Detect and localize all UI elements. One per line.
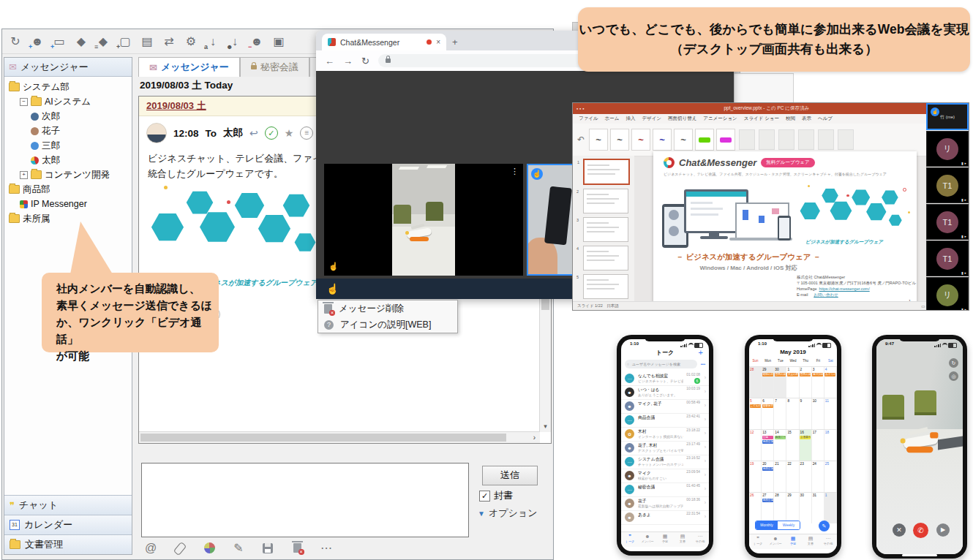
phone-tab-文書[interactable]: ▤文書 bbox=[674, 532, 691, 547]
seal-checkbox[interactable]: ✓ bbox=[479, 491, 490, 502]
calendar-cell-8[interactable]: 8 bbox=[786, 398, 799, 429]
ribbon-tab-表示[interactable]: 表示 bbox=[802, 116, 811, 122]
ribbon-tab-校閲[interactable]: 校閲 bbox=[786, 116, 795, 122]
message-input[interactable] bbox=[141, 463, 469, 537]
reply-icon[interactable]: ↩ bbox=[249, 127, 258, 139]
browser-tab[interactable]: Chat&Messenger × bbox=[322, 34, 446, 50]
participant-tile-3[interactable]: T1▮ ▸ bbox=[926, 204, 969, 240]
calendar-cell-28[interactable]: 28 bbox=[749, 367, 762, 398]
camera-button[interactable]: ▶ bbox=[936, 523, 950, 537]
calendar-cell-4[interactable]: 4みどりの日 bbox=[824, 367, 837, 398]
sync-icon[interactable]: ↻ bbox=[8, 34, 23, 49]
participant-tile-1[interactable]: リ▮ ▸ bbox=[926, 131, 969, 167]
highlighter-swatch[interactable] bbox=[716, 129, 735, 151]
participant-tile-5[interactable]: リ▮ ▸ bbox=[926, 277, 969, 311]
slide-thumbnail-2[interactable]: 2 bbox=[583, 189, 628, 213]
sidebar-item-花子[interactable]: 花子 bbox=[4, 124, 132, 138]
tab-close-icon[interactable]: × bbox=[436, 38, 440, 46]
forward-icon[interactable]: → bbox=[343, 56, 353, 67]
phone-tab-トーク[interactable]: ❞トーク bbox=[621, 532, 639, 547]
tab-秘密会議[interactable]: 秘密会議 bbox=[240, 57, 309, 77]
scroll-right-arrow[interactable]: › bbox=[529, 432, 540, 443]
calendar-cell-25[interactable]: 25 bbox=[824, 461, 837, 492]
folder-open-icon[interactable]: ▤ bbox=[140, 34, 154, 49]
tile-menu-icon[interactable]: ⋮ bbox=[511, 167, 519, 176]
calendar-cell-21[interactable]: 21 bbox=[774, 461, 786, 492]
calendar-cell-26[interactable]: 26 bbox=[749, 493, 762, 523]
read-check-icon[interactable]: ✓ bbox=[265, 126, 278, 140]
monthly-toggle[interactable]: Monthly bbox=[756, 521, 778, 529]
menu-circle-icon[interactable]: ≡ bbox=[300, 126, 313, 140]
calendar-cell-19[interactable]: 19 bbox=[749, 461, 762, 492]
ribbon-tab-挿入[interactable]: 挿入 bbox=[626, 116, 635, 122]
ribbon-tab-ホーム[interactable]: ホーム bbox=[605, 116, 620, 122]
calendar-cell-24[interactable]: 24 bbox=[812, 461, 824, 492]
save-icon[interactable] bbox=[261, 542, 274, 555]
ribbon-group-button[interactable] bbox=[838, 129, 854, 150]
new-tab-button[interactable]: + bbox=[452, 37, 458, 48]
attachment-clip-icon[interactable] bbox=[173, 542, 187, 555]
sidebar-item-商品部[interactable]: 商品部 bbox=[4, 182, 132, 197]
calendar-cell-27[interactable]: 27商品会議 bbox=[762, 493, 774, 523]
calendar-cell-16[interactable]: 16企画書作成 bbox=[800, 430, 812, 461]
tag-icon[interactable]: ◆ bbox=[74, 34, 89, 49]
delete-trash-icon[interactable]: ✕ bbox=[290, 542, 304, 555]
ribbon-group-button[interactable] bbox=[739, 129, 755, 150]
calendar-cell-6[interactable]: 6振替休日 bbox=[762, 398, 774, 429]
pen-style-swatch[interactable]: ~ bbox=[653, 129, 672, 151]
calendar-cell-22[interactable]: 22 bbox=[786, 461, 799, 492]
send-button[interactable]: 送信 bbox=[482, 466, 538, 485]
phone-tab-その他[interactable]: ⋯その他 bbox=[819, 534, 837, 549]
calendar-cell-18[interactable]: 18 bbox=[824, 430, 837, 461]
context-menu-item[interactable]: ✕メッセージ削除 bbox=[318, 300, 457, 317]
back-icon[interactable]: ← bbox=[325, 56, 334, 67]
calendar-cell-5[interactable]: 5こどもの日 bbox=[749, 398, 762, 429]
calendar-cell-30[interactable]: 30国民の休日 bbox=[774, 367, 786, 398]
sidebar-item-IP Messenger[interactable]: IP Messenger bbox=[4, 197, 132, 211]
options-toggle[interactable]: ▼ オプション bbox=[478, 507, 537, 520]
horizontal-scrollbar[interactable]: › bbox=[139, 431, 540, 443]
accordion-カレンダー[interactable]: 31カレンダー bbox=[4, 515, 132, 534]
calendar-cell-13[interactable]: 13会議商品会議 bbox=[762, 430, 774, 461]
scroll-down-arrow[interactable]: ▾ bbox=[540, 421, 551, 432]
horizontal-scroll-thumb[interactable] bbox=[140, 434, 506, 442]
slide-thumbnail-1[interactable]: 1 bbox=[583, 159, 630, 185]
video-conference-icon[interactable]: ▣ bbox=[271, 34, 286, 49]
phone-tab-メンバー[interactable]: ☻メンバー bbox=[767, 534, 784, 549]
new-event-fab[interactable]: ✎ bbox=[819, 521, 830, 531]
calendar-cell-28[interactable]: 28 bbox=[774, 493, 786, 523]
sidebar-item-次郎[interactable]: 次郎 bbox=[4, 109, 132, 124]
video-tile-2[interactable] bbox=[392, 164, 455, 276]
ribbon-tab-アニメーション[interactable]: アニメーション bbox=[703, 116, 737, 122]
mute-button[interactable]: ✕ bbox=[893, 523, 906, 537]
calendar-cell-29[interactable]: 29昭和の日 bbox=[762, 367, 774, 398]
calendar-cell-2[interactable]: 2国民の休日 bbox=[800, 367, 812, 398]
switch-camera-button[interactable]: ↻ bbox=[949, 358, 958, 368]
ribbon-tab-ファイル[interactable]: ファイル bbox=[579, 116, 598, 122]
contact-link[interactable]: お問い合わせ bbox=[814, 292, 838, 297]
calendar-cell-1[interactable]: 1天皇の即位... bbox=[786, 367, 799, 398]
video-tile-1[interactable]: ☝ bbox=[324, 164, 392, 276]
context-menu-item[interactable]: ?アイコンの説明[WEB] bbox=[318, 317, 457, 333]
phone-tab-メンバー[interactable]: ☻メンバー bbox=[639, 532, 656, 547]
sort-az-icon[interactable]: ↓a bbox=[206, 34, 220, 49]
chat-list-item[interactable]: ☻あきよ22:31:54› bbox=[621, 510, 709, 525]
sidebar-item-太郎[interactable]: 太郎 bbox=[4, 153, 132, 167]
tab-メッセンジャー[interactable]: ✉メッセンジャー bbox=[138, 57, 240, 77]
tree-expander-icon[interactable]: − bbox=[20, 98, 28, 106]
new-chat-icon[interactable]: ▭+ bbox=[52, 34, 67, 49]
sidebar-item-システム部[interactable]: システム部 bbox=[4, 80, 132, 94]
calendar-cell-9[interactable]: 9 bbox=[800, 398, 812, 429]
chat-list-item[interactable]: ☻花子最新版へは順次自動アップデートが...00:18:36› bbox=[621, 496, 709, 511]
calendar-cell-29[interactable]: 29 bbox=[786, 493, 799, 523]
sidebar-item-AIシステム[interactable]: −AIシステム bbox=[4, 94, 132, 109]
slide-thumbnail-5[interactable]: 5 bbox=[583, 274, 628, 299]
chat-list-item[interactable]: ☻マイク検索がものすごい23:09:54› bbox=[621, 469, 709, 483]
sidebar-header[interactable]: ✉ メッセンジャー bbox=[4, 58, 132, 77]
calendar-cell-11[interactable]: 11 bbox=[824, 398, 837, 429]
chat-list-item[interactable]: ⋯なんでも相談室ビジネスチャット、テレビ会議、フ...01:02:08›6 bbox=[621, 371, 709, 386]
pen-style-swatch[interactable]: ~ bbox=[610, 129, 629, 151]
refresh-icon[interactable]: ⇄ bbox=[162, 34, 176, 49]
slide-thumbnail-3[interactable]: 3 bbox=[583, 217, 628, 242]
chat-list-item[interactable]: ⋯商品会議23:42:41› bbox=[621, 413, 709, 428]
